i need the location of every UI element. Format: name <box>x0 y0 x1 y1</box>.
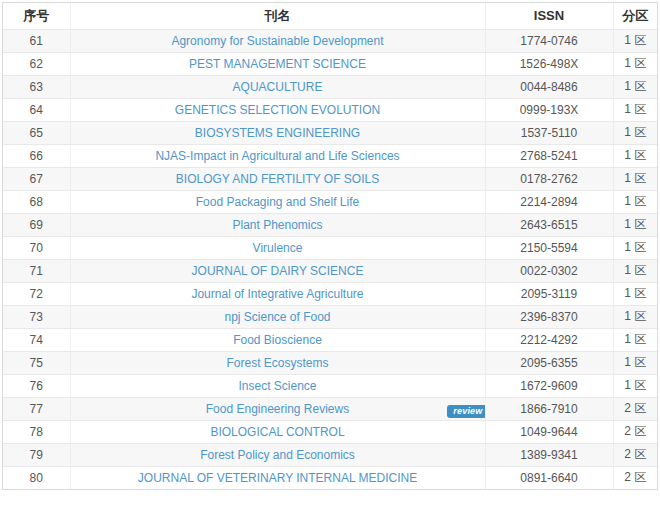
column-header-name: 刊名 <box>70 3 485 29</box>
journal-link[interactable]: GENETICS SELECTION EVOLUTION <box>175 103 380 117</box>
table-row: 62 PEST MANAGEMENT SCIENCE 1526-498X 1 区 <box>3 52 657 75</box>
journal-link[interactable]: Food Bioscience <box>233 333 322 347</box>
table-row: 68 Food Packaging and Shelf Life 2214-28… <box>3 190 657 213</box>
journal-name-cell: JOURNAL OF DAIRY SCIENCE <box>70 259 485 282</box>
zone-cell: 2 区 <box>613 443 657 466</box>
journal-name-cell: BIOLOGY AND FERTILITY OF SOILS <box>70 167 485 190</box>
journal-name-cell: Insect Science <box>70 374 485 397</box>
journal-link[interactable]: Insect Science <box>238 379 316 393</box>
row-index-cell: 65 <box>3 121 70 144</box>
row-index-cell: 72 <box>3 282 70 305</box>
zone-cell: 1 区 <box>613 167 657 190</box>
table-row: 61 Agronomy for Sustainable Development … <box>3 29 657 52</box>
row-index-cell: 66 <box>3 144 70 167</box>
header-row: 序号 刊名 ISSN 分区 <box>3 3 657 29</box>
zone-cell: 1 区 <box>613 351 657 374</box>
zone-cell: 2 区 <box>613 466 657 489</box>
journal-name-cell: JOURNAL OF VETERINARY INTERNAL MEDICINE <box>70 466 485 489</box>
journal-name-cell: GENETICS SELECTION EVOLUTION <box>70 98 485 121</box>
table-row: 71 JOURNAL OF DAIRY SCIENCE 0022-0302 1 … <box>3 259 657 282</box>
table-row: 66 NJAS-Impact in Agricultural and Life … <box>3 144 657 167</box>
row-index-cell: 80 <box>3 466 70 489</box>
zone-cell: 1 区 <box>613 29 657 52</box>
issn-cell: 2768-5241 <box>485 144 613 167</box>
issn-cell: 0178-2762 <box>485 167 613 190</box>
review-badge[interactable]: review <box>447 405 485 418</box>
row-index-cell: 71 <box>3 259 70 282</box>
row-index-cell: 64 <box>3 98 70 121</box>
journal-link[interactable]: npj Science of Food <box>224 310 330 324</box>
journal-name-cell: Plant Phenomics <box>70 213 485 236</box>
zone-cell: 1 区 <box>613 305 657 328</box>
zone-cell: 1 区 <box>613 52 657 75</box>
issn-cell: 1049-9644 <box>485 420 613 443</box>
row-index-cell: 63 <box>3 75 70 98</box>
zone-cell: 1 区 <box>613 282 657 305</box>
issn-cell: 2643-6515 <box>485 213 613 236</box>
row-index-cell: 73 <box>3 305 70 328</box>
issn-cell: 1389-9341 <box>485 443 613 466</box>
table-row: 70 Virulence 2150-5594 1 区 <box>3 236 657 259</box>
row-index-cell: 77 <box>3 397 70 420</box>
journal-name-cell: Forest Policy and Economics <box>70 443 485 466</box>
journal-name-cell: Forest Ecosystems <box>70 351 485 374</box>
issn-cell: 1672-9609 <box>485 374 613 397</box>
zone-cell: 2 区 <box>613 397 657 420</box>
journal-link[interactable]: BIOLOGICAL CONTROL <box>210 425 344 439</box>
journal-link[interactable]: PEST MANAGEMENT SCIENCE <box>189 57 366 71</box>
journal-link[interactable]: Food Engineering Reviews <box>206 402 349 416</box>
issn-cell: 1526-498X <box>485 52 613 75</box>
journal-link[interactable]: Plant Phenomics <box>232 218 322 232</box>
table-row: 75 Forest Ecosystems 2095-6355 1 区 <box>3 351 657 374</box>
table-body: 61 Agronomy for Sustainable Development … <box>3 29 657 489</box>
issn-cell: 1537-5110 <box>485 121 613 144</box>
column-header-issn: ISSN <box>485 3 613 29</box>
journal-link[interactable]: JOURNAL OF DAIRY SCIENCE <box>192 264 364 278</box>
table-row: 69 Plant Phenomics 2643-6515 1 区 <box>3 213 657 236</box>
issn-cell: 0891-6640 <box>485 466 613 489</box>
journal-name-cell: AQUACULTURE <box>70 75 485 98</box>
journal-link[interactable]: Journal of Integrative Agriculture <box>191 287 363 301</box>
issn-cell: 2396-8370 <box>485 305 613 328</box>
journal-link[interactable]: JOURNAL OF VETERINARY INTERNAL MEDICINE <box>138 471 417 485</box>
table-row: 73 npj Science of Food 2396-8370 1 区 <box>3 305 657 328</box>
row-index-cell: 70 <box>3 236 70 259</box>
issn-cell: 1774-0746 <box>485 29 613 52</box>
issn-cell: 2095-6355 <box>485 351 613 374</box>
zone-cell: 1 区 <box>613 328 657 351</box>
journal-name-cell: Journal of Integrative Agriculture <box>70 282 485 305</box>
issn-cell: 2212-4292 <box>485 328 613 351</box>
table-row: 65 BIOSYSTEMS ENGINEERING 1537-5110 1 区 <box>3 121 657 144</box>
table-row: 80 JOURNAL OF VETERINARY INTERNAL MEDICI… <box>3 466 657 489</box>
journal-link[interactable]: BIOLOGY AND FERTILITY OF SOILS <box>176 172 379 186</box>
issn-cell: 2150-5594 <box>485 236 613 259</box>
row-index-cell: 61 <box>3 29 70 52</box>
row-index-cell: 79 <box>3 443 70 466</box>
zone-cell: 2 区 <box>613 420 657 443</box>
journal-link[interactable]: AQUACULTURE <box>233 80 323 94</box>
journal-link[interactable]: Virulence <box>253 241 303 255</box>
journal-name-cell: Food Engineering Reviews review <box>70 397 485 420</box>
journal-name-cell: Food Bioscience <box>70 328 485 351</box>
journal-link[interactable]: Agronomy for Sustainable Development <box>171 34 383 48</box>
issn-cell: 1866-7910 <box>485 397 613 420</box>
row-index-cell: 76 <box>3 374 70 397</box>
zone-cell: 1 区 <box>613 236 657 259</box>
issn-cell: 2095-3119 <box>485 282 613 305</box>
journal-link[interactable]: Food Packaging and Shelf Life <box>196 195 359 209</box>
row-index-cell: 78 <box>3 420 70 443</box>
journal-name-cell: BIOLOGICAL CONTROL <box>70 420 485 443</box>
zone-cell: 1 区 <box>613 75 657 98</box>
table-row: 79 Forest Policy and Economics 1389-9341… <box>3 443 657 466</box>
journal-link[interactable]: Forest Policy and Economics <box>200 448 355 462</box>
zone-cell: 1 区 <box>613 259 657 282</box>
table-row: 74 Food Bioscience 2212-4292 1 区 <box>3 328 657 351</box>
zone-cell: 1 区 <box>613 213 657 236</box>
journal-link[interactable]: NJAS-Impact in Agricultural and Life Sci… <box>155 149 399 163</box>
journal-link[interactable]: Forest Ecosystems <box>226 356 328 370</box>
zone-cell: 1 区 <box>613 190 657 213</box>
table-row: 72 Journal of Integrative Agriculture 20… <box>3 282 657 305</box>
journal-link[interactable]: BIOSYSTEMS ENGINEERING <box>195 126 360 140</box>
journal-table: 序号 刊名 ISSN 分区 61 Agronomy for Sustainabl… <box>3 3 657 489</box>
issn-cell: 0044-8486 <box>485 75 613 98</box>
